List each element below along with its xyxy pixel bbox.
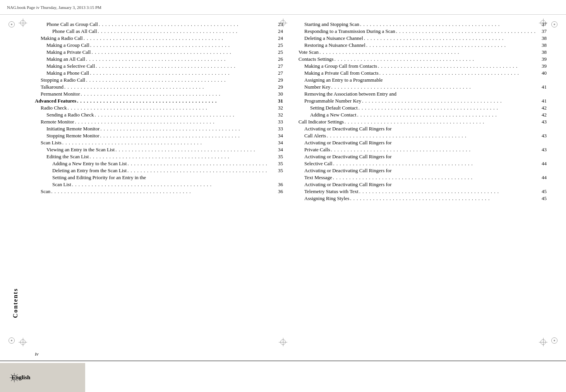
toc-entry-text: Editing the Scan List (46, 154, 89, 160)
toc-entry: Talkaround . . . . . . . . . . . . . . .… (35, 84, 283, 90)
header-bar: NAG.book Page iv Thursday, January 3, 20… (0, 0, 566, 15)
toc-page-number: 38 (537, 42, 547, 48)
page-container: NAG.book Page iv Thursday, January 3, 20… (0, 0, 566, 392)
toc-dots: . . . . . . . . . . . . . . . . . . . . … (74, 119, 273, 125)
toc-page-number: 43 (537, 147, 547, 153)
toc-dots: . . . . . . . . . . . . . . . . . . . . … (115, 147, 273, 153)
toc-entry: Selective Call . . . . . . . . . . . . .… (298, 161, 547, 167)
toc-dots: . . . . . . . . . . . . . . . . . . . . … (94, 112, 273, 118)
toc-entry-text: Call Alerts (304, 133, 326, 139)
toc-entry-text: Remote Monitor (41, 119, 74, 125)
toc-entry-text: Viewing an Entry in the Scan List (46, 147, 115, 153)
toc-dots: . . . . . . . . . . . . . . . . . . . . … (359, 21, 537, 27)
toc-entry: Activating or Deactivating Call Ringers … (298, 154, 547, 160)
toc-entry-text: Initiating Remote Monitor (46, 126, 99, 132)
toc-dots: . . . . . . . . . . . . . . . . . . . . … (71, 181, 273, 188)
toc-entry-text: Making a Radio Call (41, 35, 83, 41)
toc-dots: . . . . . . . . . . . . . . . . . . . . … (334, 56, 537, 62)
toc-page-number: 40 (537, 70, 547, 76)
toc-entry-text: Responding to a Transmission During a Sc… (304, 28, 395, 34)
dot-top-right (551, 21, 557, 27)
toc-dots: . . . . . . . . . . . . . . . . . . . . … (62, 140, 273, 146)
toc-entry: Advanced Features . . . . . . . . . . . … (35, 98, 283, 104)
svg-point-1 (14, 377, 15, 378)
toc-page-number: 32 (273, 105, 283, 111)
toc-entry-text: Stopping Remote Monitor (46, 133, 99, 139)
toc-page-number: 38 (537, 49, 547, 55)
toc-entry-text: Removing the Association between Entry a… (304, 91, 396, 97)
toc-entry-text: Assigning Ring Styles (304, 195, 349, 202)
toc-page-number: 44 (537, 161, 547, 167)
toc-entry: Assigning an Entry to a Programmable (298, 77, 547, 83)
toc-entry-text: Adding a New Entry to the Scan List (52, 161, 127, 167)
toc-entry-text: Making a Private Call from Contacts (304, 70, 379, 76)
toc-entry: Making a Selective Call . . . . . . . . … (35, 63, 283, 69)
toc-page-number: 37 (537, 28, 547, 34)
toc-entry: Stopping Remote Monitor . . . . . . . . … (35, 133, 283, 139)
toc-entry-text: Setting and Editing Priority for an Entr… (52, 175, 146, 181)
toc-page-number: 34 (273, 133, 283, 139)
left-column: Phone Call as Group Call . . . . . . . .… (35, 17, 283, 346)
toc-page-number: 33 (273, 119, 283, 125)
toc-page-number: 39 (537, 63, 547, 69)
toc-page-number: 23 (273, 21, 283, 27)
toc-entry-text: Making a Private Call (46, 49, 91, 55)
toc-entry-text: Phone Call as All Call (52, 28, 97, 34)
toc-dots: . . . . . . . . . . . . . . . . . . . . … (89, 42, 273, 48)
dot-top-left (9, 21, 15, 27)
toc-entry-text: Scan Lists (41, 140, 62, 146)
toc-entry-text: Selective Call (304, 161, 333, 167)
toc-entry: Permanent Monitor . . . . . . . . . . . … (35, 91, 283, 97)
toc-entry: Deleting a Nuisance Channel . . . . . . … (298, 35, 547, 41)
toc-entry-text: Stopping a Radio Call (41, 77, 85, 83)
toc-entry-text: Restoring a Nuisance Channel (304, 42, 365, 48)
toc-entry: Remote Monitor . . . . . . . . . . . . .… (35, 119, 283, 125)
toc-entry: Private Calls . . . . . . . . . . . . . … (298, 147, 547, 153)
toc-entry-text: Making a Group Call (46, 42, 89, 48)
toc-dots: . . . . . . . . . . . . . . . . . . . . … (91, 49, 273, 55)
toc-entry: Making a Private Call from Contacts . . … (298, 70, 547, 76)
toc-dots: . . . . . . . . . . . . . . . . . . . . … (85, 56, 273, 62)
toc-page-number: 43 (537, 133, 547, 139)
toc-page-number: 29 (273, 84, 283, 90)
toc-dots: . . . . . . . . . . . . . . . . . . . . … (319, 49, 537, 55)
toc-dots: . . . . . . . . . . . . . . . . . . . . … (99, 126, 273, 132)
toc-dots: . . . . . . . . . . . . . . . . . . . . … (127, 161, 273, 167)
toc-entry-text: Number Key (304, 84, 331, 90)
toc-entry: Number Key . . . . . . . . . . . . . . .… (298, 84, 547, 90)
dot-bottom-right (551, 337, 557, 344)
toc-page-number: 37 (537, 21, 547, 27)
toc-entry: Adding a New Contact . . . . . . . . . .… (298, 112, 547, 118)
toc-entry-text: Setting Default Contact (310, 105, 358, 111)
toc-entry: Starting and Stopping Scan . . . . . . .… (298, 21, 547, 27)
toc-page-number: 42 (537, 112, 547, 118)
toc-entry: Making an All Call . . . . . . . . . . .… (35, 56, 283, 62)
toc-dots: . . . . . . . . . . . . . . . . . . . . … (98, 21, 273, 27)
svg-line-7 (16, 380, 18, 381)
toc-entry-text: Deleting an Entry from the Scan List (52, 168, 127, 174)
toc-page-number: 32 (273, 112, 283, 118)
toc-page-number: 29 (273, 77, 283, 83)
toc-entry-text: Making a Selective Call (46, 63, 95, 69)
toc-entry: Phone Call as Group Call . . . . . . . .… (35, 21, 283, 27)
toc-page-number: 43 (537, 119, 547, 125)
toc-dots: . . . . . . . . . . . . . . . . . . . . … (89, 70, 273, 76)
toc-entry: Call Indicator Settings . . . . . . . . … (298, 119, 547, 125)
toc-entry: Scan List . . . . . . . . . . . . . . . … (35, 181, 283, 188)
toc-entry-text: Scan (41, 188, 50, 195)
header-text: NAG.book Page iv Thursday, January 3, 20… (7, 5, 101, 10)
toc-page-number: 39 (537, 56, 547, 62)
toc-entry-text: Talkaround (41, 84, 63, 90)
toc-dots: . . . . . . . . . . . . . . . . . . . . … (67, 105, 273, 111)
svg-line-6 (11, 375, 13, 376)
toc-entry-text: Scan List (52, 181, 71, 188)
toc-entry-text: Contacts Settings (298, 56, 334, 62)
toc-entry: Scan . . . . . . . . . . . . . . . . . .… (35, 188, 283, 195)
toc-dots: . . . . . . . . . . . . . . . . . . . . … (332, 175, 537, 181)
toc-dots: . . . . . . . . . . . . . . . . . . . . … (358, 105, 537, 111)
toc-entry: Responding to a Transmission During a Sc… (298, 28, 547, 34)
toc-entry: Making a Phone Call . . . . . . . . . . … (35, 70, 283, 76)
toc-entry: Activating or Deactivating Call Ringers … (298, 168, 547, 174)
toc-dots: . . . . . . . . . . . . . . . . . . . . … (357, 112, 537, 118)
toc-entry: Sending a Radio Check . . . . . . . . . … (35, 112, 283, 118)
